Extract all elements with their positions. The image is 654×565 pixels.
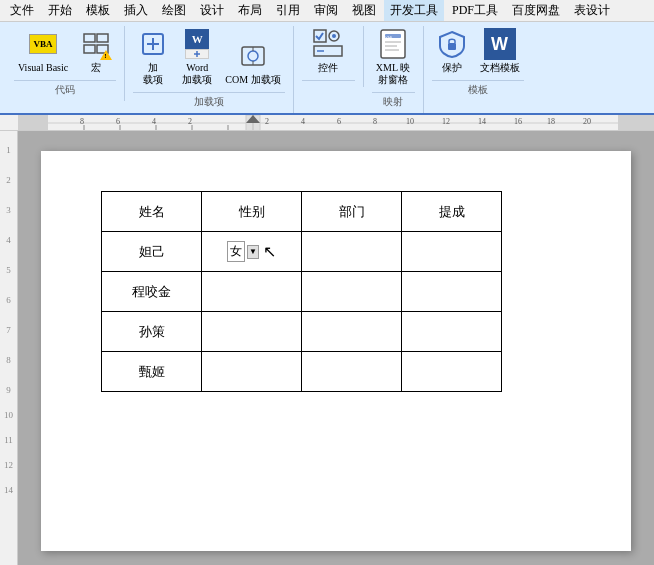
cell-name-3: 孙策 [102,312,202,352]
cell-name-4: 甄姬 [102,352,202,392]
cell-gender-3 [202,312,302,352]
menu-bar: 文件 开始 模板 插入 绘图 设计 布局 引用 审阅 视图 开发工具 PDF工具… [0,0,654,22]
cell-commission-4 [402,352,502,392]
word-addin-label: Word加载项 [182,62,212,86]
cell-dept-1 [302,232,402,272]
cell-commission-1 [402,232,502,272]
control-button[interactable]: 控件 [308,26,348,76]
page-marker-1: 1 [6,145,11,155]
macro-label: 宏 [91,62,101,74]
menu-file[interactable]: 文件 [4,0,40,21]
ribbon-group-code: VBA Visual Basic [6,26,125,101]
word-addin-plus-icon [189,50,205,58]
page-marker-9: 9 [6,385,11,395]
control-group-label [302,80,355,83]
header-name: 姓名 [102,192,202,232]
svg-point-10 [248,51,258,61]
doc-template-button[interactable]: W 文档模板 [476,26,524,76]
menu-insert[interactable]: 插入 [118,0,154,21]
cell-dept-3 [302,312,402,352]
com-icon [239,42,267,70]
svg-text:8: 8 [373,117,377,126]
menu-view[interactable]: 视图 [346,0,382,21]
page-marker-6: 6 [6,295,11,305]
protect-icon [438,30,466,58]
table-row: 程咬金 [102,272,502,312]
ribbon-group-template: 保护 W 文档模板 模板 [424,26,532,101]
svg-text:12: 12 [442,117,450,126]
svg-text:18: 18 [547,117,555,126]
svg-text:10: 10 [406,117,414,126]
svg-rect-1 [97,34,108,42]
menu-layout[interactable]: 布局 [232,0,268,21]
table-header-row: 姓名 性别 部门 提成 [102,192,502,232]
dropdown-arrow[interactable]: ▼ [247,245,259,259]
cell-commission-3 [402,312,502,352]
left-sidebar: 1 2 3 4 5 6 7 8 9 10 11 12 14 [0,131,18,565]
menu-start[interactable]: 开始 [42,0,78,21]
document-area: 姓名 性别 部门 提成 妲己 女 [18,131,654,565]
word-template-icon: W [484,28,516,60]
menu-ref[interactable]: 引用 [270,0,306,21]
menu-developer[interactable]: 开发工具 [384,0,444,21]
protect-label: 保护 [442,62,462,74]
svg-text:14: 14 [478,117,486,126]
menu-design[interactable]: 设计 [194,0,230,21]
add-button[interactable]: 加载项 [133,26,173,88]
svg-rect-0 [84,34,95,42]
cell-name-1: 妲己 [102,232,202,272]
page-marker-3: 3 [6,205,11,215]
control-label: 控件 [318,62,338,74]
menu-pdf[interactable]: PDF工具 [446,0,504,21]
page-marker-8: 8 [6,355,11,365]
vbasic-button[interactable]: VBA Visual Basic [14,26,72,76]
table-row: 孙策 [102,312,502,352]
svg-text:2: 2 [265,117,269,126]
macro-button[interactable]: ! 宏 [76,26,116,76]
page-marker-13: 14 [4,485,13,495]
svg-text:4: 4 [301,117,305,126]
add-label: 加载项 [143,62,163,86]
cell-commission-2 [402,272,502,312]
template-group-label: 模板 [432,80,524,97]
code-group-label: 代码 [14,80,116,97]
menu-template[interactable]: 模板 [80,0,116,21]
data-table: 姓名 性别 部门 提成 妲己 女 [101,191,502,392]
xml-map-button[interactable]: XML XML 映射窗格 [372,26,414,88]
table-row: 妲己 女 ▼ ↖ [102,232,502,272]
menu-draw[interactable]: 绘图 [156,0,192,21]
page-marker-2: 2 [6,175,11,185]
dropdown-value[interactable]: 女 [227,241,245,262]
svg-text:4: 4 [152,117,156,126]
com-addin-button[interactable]: COM 加载项 [221,38,284,88]
ruler: 8 6 4 2 2 4 6 8 10 12 14 16 18 20 [0,115,654,131]
word-addin-button[interactable]: W Word加载项 [177,26,217,88]
page-marker-10: 10 [4,410,13,420]
cell-gender-1[interactable]: 女 ▼ ↖ [202,232,302,272]
ribbon-group-control: 控件 [294,26,364,87]
page-marker-12: 12 [4,460,13,470]
page-marker-4: 4 [6,235,11,245]
ribbon-group-addins: 加载项 W Wo [125,26,293,113]
xml-map-label: XML 映射窗格 [376,62,410,86]
svg-rect-2 [84,45,95,53]
dropdown-text: 女 [230,243,242,260]
svg-point-15 [332,34,336,38]
svg-text:6: 6 [337,117,341,126]
cell-dept-2 [302,272,402,312]
page-marker-7: 7 [6,325,11,335]
svg-rect-26 [18,115,48,131]
gender-dropdown[interactable]: 女 ▼ ↖ [214,241,289,262]
vbasic-label: Visual Basic [18,62,68,74]
header-gender: 性别 [202,192,302,232]
protect-button[interactable]: 保护 [432,26,472,76]
menu-review[interactable]: 审阅 [308,0,344,21]
menu-baidu[interactable]: 百度网盘 [506,0,566,21]
svg-text:20: 20 [583,117,591,126]
svg-rect-24 [448,43,456,50]
svg-rect-27 [618,115,654,131]
cell-gender-4 [202,352,302,392]
com-addin-label: COM 加载项 [225,74,280,86]
ruler-inner: 8 6 4 2 2 4 6 8 10 12 14 16 18 20 [18,115,654,130]
menu-table-design[interactable]: 表设计 [568,0,616,21]
